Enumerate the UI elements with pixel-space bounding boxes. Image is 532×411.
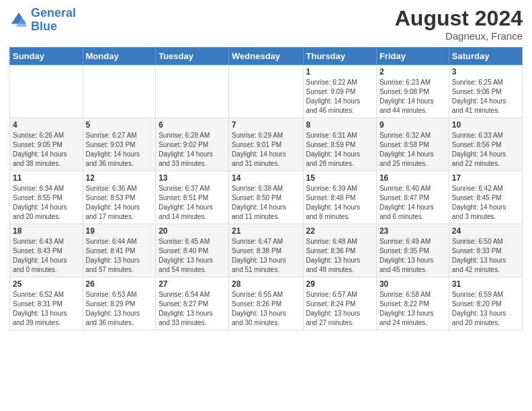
calendar-cell: 31Sunrise: 6:59 AM Sunset: 8:20 PM Dayli… [449, 277, 522, 330]
calendar-cell: 12Sunrise: 6:36 AM Sunset: 8:53 PM Dayli… [83, 171, 156, 224]
col-monday: Monday [83, 48, 156, 65]
day-number: 14 [232, 173, 300, 183]
calendar-cell: 24Sunrise: 6:50 AM Sunset: 8:33 PM Dayli… [449, 224, 522, 277]
day-number: 2 [380, 67, 446, 77]
day-number: 6 [159, 120, 226, 130]
day-info: Sunrise: 6:26 AM Sunset: 9:05 PM Dayligh… [13, 131, 80, 169]
calendar-cell: 26Sunrise: 6:53 AM Sunset: 8:29 PM Dayli… [83, 277, 156, 330]
day-info: Sunrise: 6:50 AM Sunset: 8:33 PM Dayligh… [452, 237, 519, 275]
calendar-cell: 14Sunrise: 6:38 AM Sunset: 8:50 PM Dayli… [229, 171, 303, 224]
col-wednesday: Wednesday [229, 48, 303, 65]
calendar-header-row: Sunday Monday Tuesday Wednesday Thursday… [10, 48, 523, 65]
calendar-cell: 19Sunrise: 6:44 AM Sunset: 8:41 PM Dayli… [83, 224, 156, 277]
day-info: Sunrise: 6:36 AM Sunset: 8:53 PM Dayligh… [86, 184, 153, 222]
col-friday: Friday [376, 48, 449, 65]
calendar-cell: 20Sunrise: 6:45 AM Sunset: 8:40 PM Dayli… [156, 224, 229, 277]
calendar-cell: 27Sunrise: 6:54 AM Sunset: 8:27 PM Dayli… [156, 277, 229, 330]
day-number: 11 [13, 173, 80, 183]
day-info: Sunrise: 6:27 AM Sunset: 9:03 PM Dayligh… [86, 131, 153, 169]
calendar-cell: 1Sunrise: 6:22 AM Sunset: 9:09 PM Daylig… [303, 65, 376, 118]
calendar-cell: 25Sunrise: 6:52 AM Sunset: 8:31 PM Dayli… [10, 277, 83, 330]
calendar-cell [83, 65, 156, 118]
day-number: 19 [86, 226, 153, 236]
calendar-cell [156, 65, 229, 118]
day-info: Sunrise: 6:58 AM Sunset: 8:22 PM Dayligh… [380, 290, 446, 328]
calendar-cell: 11Sunrise: 6:34 AM Sunset: 8:55 PM Dayli… [10, 171, 83, 224]
col-sunday: Sunday [10, 48, 83, 65]
day-number: 13 [159, 173, 226, 183]
day-info: Sunrise: 6:28 AM Sunset: 9:02 PM Dayligh… [159, 131, 226, 169]
logo: General Blue [9, 7, 76, 34]
day-info: Sunrise: 6:42 AM Sunset: 8:45 PM Dayligh… [452, 184, 519, 222]
day-info: Sunrise: 6:45 AM Sunset: 8:40 PM Dayligh… [159, 237, 226, 275]
day-number: 27 [159, 279, 226, 289]
day-number: 12 [86, 173, 153, 183]
calendar-cell: 10Sunrise: 6:33 AM Sunset: 8:56 PM Dayli… [449, 118, 522, 171]
day-info: Sunrise: 6:54 AM Sunset: 8:27 PM Dayligh… [159, 290, 226, 328]
day-info: Sunrise: 6:53 AM Sunset: 8:29 PM Dayligh… [86, 290, 153, 328]
calendar-cell [229, 65, 303, 118]
location: Dagneux, France [395, 30, 523, 42]
day-info: Sunrise: 6:57 AM Sunset: 8:24 PM Dayligh… [306, 290, 373, 328]
calendar-cell: 15Sunrise: 6:39 AM Sunset: 8:48 PM Dayli… [303, 171, 376, 224]
logo-line1: General [31, 6, 76, 19]
calendar-cell: 29Sunrise: 6:57 AM Sunset: 8:24 PM Dayli… [303, 277, 376, 330]
day-number: 31 [452, 279, 519, 289]
calendar-cell: 8Sunrise: 6:31 AM Sunset: 8:59 PM Daylig… [303, 118, 376, 171]
day-info: Sunrise: 6:34 AM Sunset: 8:55 PM Dayligh… [13, 184, 80, 222]
day-number: 25 [13, 279, 80, 289]
calendar-cell: 21Sunrise: 6:47 AM Sunset: 8:38 PM Dayli… [229, 224, 303, 277]
col-thursday: Thursday [303, 48, 376, 65]
day-number: 20 [159, 226, 226, 236]
calendar-cell: 23Sunrise: 6:49 AM Sunset: 8:35 PM Dayli… [376, 224, 449, 277]
day-info: Sunrise: 6:38 AM Sunset: 8:50 PM Dayligh… [232, 184, 300, 222]
page-header: General Blue August 2024 Dagneux, France [9, 7, 523, 42]
day-info: Sunrise: 6:23 AM Sunset: 9:08 PM Dayligh… [380, 78, 446, 116]
day-number: 5 [86, 120, 153, 130]
col-tuesday: Tuesday [156, 48, 229, 65]
page-container: General Blue August 2024 Dagneux, France… [0, 0, 532, 337]
day-number: 28 [232, 279, 300, 289]
title-block: August 2024 Dagneux, France [395, 7, 523, 42]
day-info: Sunrise: 6:25 AM Sunset: 9:06 PM Dayligh… [452, 78, 519, 116]
day-number: 10 [452, 120, 519, 130]
day-number: 26 [86, 279, 153, 289]
logo-text: General Blue [31, 7, 76, 34]
calendar-cell: 2Sunrise: 6:23 AM Sunset: 9:08 PM Daylig… [376, 65, 449, 118]
calendar-week-5: 25Sunrise: 6:52 AM Sunset: 8:31 PM Dayli… [10, 277, 523, 330]
day-info: Sunrise: 6:33 AM Sunset: 8:56 PM Dayligh… [452, 131, 519, 169]
day-info: Sunrise: 6:31 AM Sunset: 8:59 PM Dayligh… [306, 131, 373, 169]
day-info: Sunrise: 6:29 AM Sunset: 9:01 PM Dayligh… [232, 131, 300, 169]
calendar-cell: 13Sunrise: 6:37 AM Sunset: 8:51 PM Dayli… [156, 171, 229, 224]
day-info: Sunrise: 6:47 AM Sunset: 8:38 PM Dayligh… [232, 237, 300, 275]
calendar-cell: 16Sunrise: 6:40 AM Sunset: 8:47 PM Dayli… [376, 171, 449, 224]
logo-line2: Blue [31, 19, 57, 33]
day-info: Sunrise: 6:37 AM Sunset: 8:51 PM Dayligh… [159, 184, 226, 222]
col-saturday: Saturday [449, 48, 522, 65]
day-number: 30 [380, 279, 446, 289]
day-info: Sunrise: 6:32 AM Sunset: 8:58 PM Dayligh… [380, 131, 446, 169]
calendar-cell [10, 65, 83, 118]
calendar-cell: 22Sunrise: 6:48 AM Sunset: 8:36 PM Dayli… [303, 224, 376, 277]
day-number: 23 [380, 226, 446, 236]
day-number: 9 [380, 120, 446, 130]
day-number: 18 [13, 226, 80, 236]
day-info: Sunrise: 6:43 AM Sunset: 8:43 PM Dayligh… [13, 237, 80, 275]
month-year: August 2024 [395, 7, 523, 30]
day-number: 21 [232, 226, 300, 236]
day-info: Sunrise: 6:59 AM Sunset: 8:20 PM Dayligh… [452, 290, 519, 328]
calendar-week-2: 4Sunrise: 6:26 AM Sunset: 9:05 PM Daylig… [10, 118, 523, 171]
day-number: 15 [306, 173, 373, 183]
calendar-table: Sunday Monday Tuesday Wednesday Thursday… [9, 47, 523, 330]
calendar-cell: 18Sunrise: 6:43 AM Sunset: 8:43 PM Dayli… [10, 224, 83, 277]
day-info: Sunrise: 6:52 AM Sunset: 8:31 PM Dayligh… [13, 290, 80, 328]
calendar-cell: 3Sunrise: 6:25 AM Sunset: 9:06 PM Daylig… [449, 65, 522, 118]
calendar-cell: 30Sunrise: 6:58 AM Sunset: 8:22 PM Dayli… [376, 277, 449, 330]
day-info: Sunrise: 6:48 AM Sunset: 8:36 PM Dayligh… [306, 237, 373, 275]
day-info: Sunrise: 6:49 AM Sunset: 8:35 PM Dayligh… [380, 237, 446, 275]
calendar-cell: 7Sunrise: 6:29 AM Sunset: 9:01 PM Daylig… [229, 118, 303, 171]
day-number: 4 [13, 120, 80, 130]
calendar-cell: 5Sunrise: 6:27 AM Sunset: 9:03 PM Daylig… [83, 118, 156, 171]
day-number: 16 [380, 173, 446, 183]
logo-icon [9, 11, 28, 30]
